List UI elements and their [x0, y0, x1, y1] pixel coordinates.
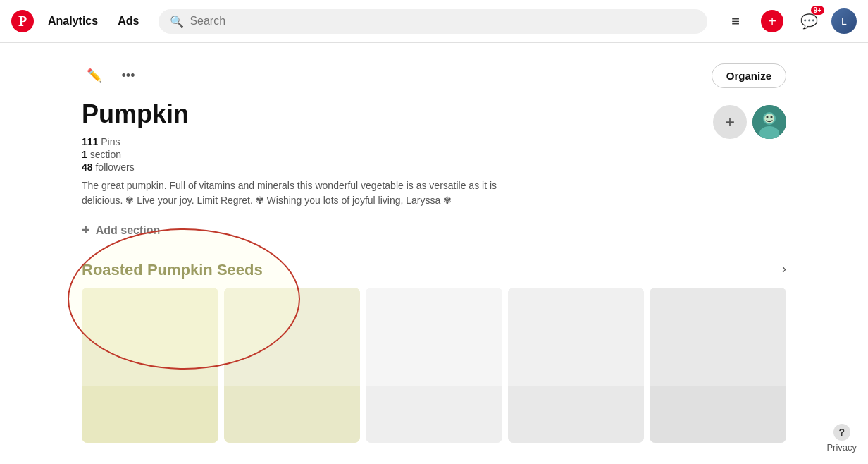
- menu-icon: ≡: [731, 13, 740, 30]
- help-button[interactable]: ?: [833, 424, 850, 441]
- board-title: Pumpkin: [82, 99, 713, 129]
- add-button[interactable]: +: [758, 7, 786, 35]
- pin-card[interactable]: [650, 288, 786, 443]
- section-header: Roasted Pumpkin Seeds ›: [82, 250, 786, 288]
- search-icon: 🔍: [170, 15, 184, 28]
- section-oval: Roasted Pumpkin Seeds: [82, 250, 263, 288]
- avatar-svg: [752, 105, 786, 139]
- add-collaborator-button[interactable]: +: [713, 105, 747, 139]
- edit-button[interactable]: ✏️: [82, 63, 107, 88]
- board-info-left: Pumpkin 111 Pins 1 section 48 followers …: [82, 99, 713, 208]
- section-area: Roasted Pumpkin Seeds ›: [82, 250, 786, 443]
- privacy-help: ? Privacy: [826, 424, 857, 453]
- pins-label: Pins: [101, 136, 120, 147]
- followers-count: 48: [82, 161, 93, 173]
- board-owner-avatar[interactable]: [752, 105, 786, 139]
- nav-ads[interactable]: Ads: [112, 12, 144, 30]
- notification-badge: 9+: [811, 6, 824, 15]
- pin-card[interactable]: [224, 288, 361, 443]
- sections-count: 1: [82, 149, 87, 160]
- chat-icon: 💬: [800, 13, 818, 30]
- search-bar: 🔍: [159, 9, 707, 34]
- section-title[interactable]: Roasted Pumpkin Seeds: [82, 250, 263, 288]
- board-info-row: Pumpkin 111 Pins 1 section 48 followers …: [82, 99, 786, 208]
- svg-point-4: [767, 116, 769, 118]
- avatar-initial: L: [841, 16, 847, 27]
- board-actions: ✏️ ••• Organize: [82, 57, 786, 88]
- pin-card[interactable]: [366, 288, 502, 443]
- section-arrow[interactable]: ›: [782, 262, 786, 276]
- menu-button[interactable]: ≡: [721, 7, 750, 35]
- plus-icon: +: [761, 10, 783, 32]
- owner-avatar-image: [752, 105, 786, 139]
- add-section-icon: +: [82, 222, 90, 238]
- followers-count-line: 48 followers: [82, 161, 713, 173]
- notifications-button[interactable]: 💬 9+: [795, 7, 823, 35]
- add-section[interactable]: + Add section: [82, 222, 786, 238]
- privacy-label[interactable]: Privacy: [826, 442, 857, 453]
- header: Analytics Ads 🔍 ≡ + 💬 9+ L: [0, 0, 868, 43]
- pins-count: 111: [82, 136, 98, 147]
- svg-point-5: [771, 116, 773, 118]
- header-right: ≡ + 💬 9+ L: [721, 7, 857, 35]
- board-description: The great pumpkin. Full of vitamins and …: [82, 178, 540, 208]
- pins-grid: [82, 288, 786, 443]
- board-meta: 111 Pins 1 section 48 followers: [82, 136, 713, 173]
- pin-card[interactable]: [508, 288, 645, 443]
- board-info-right: +: [713, 99, 786, 139]
- sections-count-line: 1 section: [82, 149, 713, 160]
- pinterest-logo[interactable]: [11, 10, 34, 32]
- user-avatar[interactable]: L: [831, 8, 857, 34]
- add-section-label: Add section: [96, 224, 161, 237]
- pins-count-line: 111 Pins: [82, 136, 713, 147]
- search-input[interactable]: [190, 15, 696, 28]
- pin-card[interactable]: [82, 288, 218, 443]
- more-options-button[interactable]: •••: [116, 63, 141, 88]
- organize-button[interactable]: Organize: [712, 63, 786, 88]
- main-content: ✏️ ••• Organize Pumpkin 111 Pins 1 secti…: [82, 43, 786, 457]
- nav-analytics[interactable]: Analytics: [42, 12, 104, 30]
- board-actions-left: ✏️ •••: [82, 63, 141, 88]
